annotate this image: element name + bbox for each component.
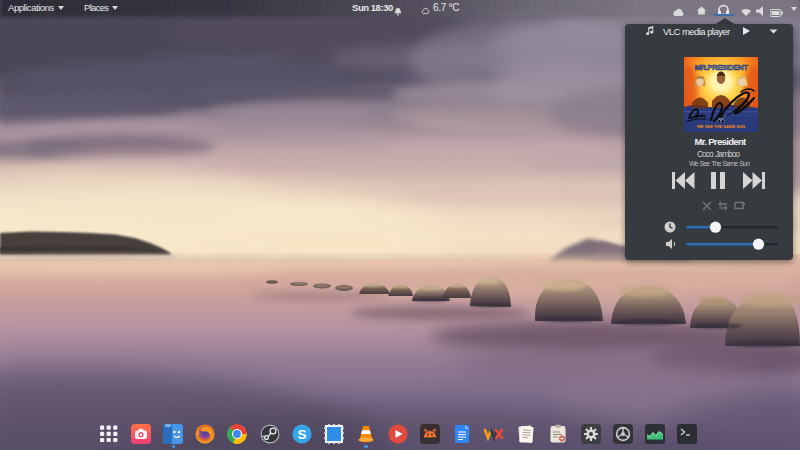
svg-text:MR.PRESIDENT: MR.PRESIDENT <box>695 63 749 72</box>
svg-text:WE SEE THE SAME SUN: WE SEE THE SAME SUN <box>697 124 745 129</box>
svg-text:S: S <box>297 426 306 441</box>
